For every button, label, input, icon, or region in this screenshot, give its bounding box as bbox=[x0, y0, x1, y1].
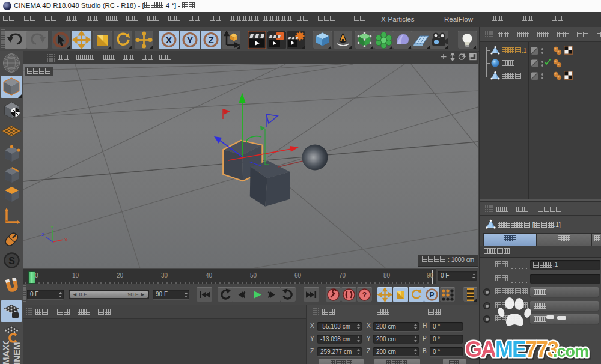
svg-text:MAXC: MAXC bbox=[1, 341, 11, 364]
svg-text:INEM: INEM bbox=[11, 342, 22, 364]
svg-text:X: X bbox=[64, 237, 68, 243]
svg-text:Y: Y bbox=[50, 225, 54, 230]
svg-text:Z: Z bbox=[41, 232, 44, 237]
svg-text:S: S bbox=[8, 256, 15, 266]
svg-text:X: X bbox=[166, 35, 172, 45]
svg-text:P: P bbox=[429, 291, 434, 299]
svg-text:.com: .com bbox=[553, 342, 588, 360]
svg-text:Y: Y bbox=[187, 35, 193, 45]
svg-text:?: ? bbox=[362, 291, 367, 299]
svg-text:GAME773: GAME773 bbox=[465, 337, 558, 362]
svg-text:Z: Z bbox=[208, 35, 213, 45]
